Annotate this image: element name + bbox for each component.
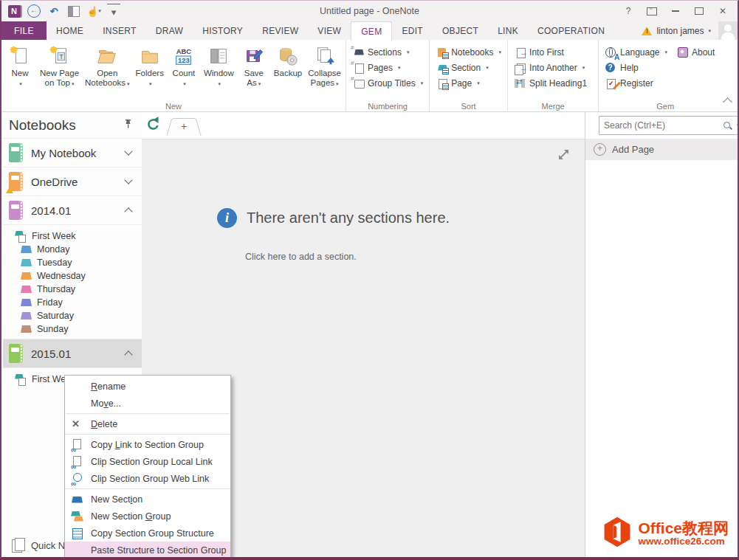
section-friday[interactable]: Friday xyxy=(3,296,142,309)
avatar[interactable] xyxy=(718,21,738,40)
add-page-button[interactable]: + Add Page xyxy=(585,139,739,160)
tab-review[interactable]: REVIEW xyxy=(252,21,308,40)
tab-gem[interactable]: GEM xyxy=(351,21,392,41)
chevron-down-icon[interactable] xyxy=(124,147,132,155)
add-section-link[interactable]: Click here to add a section. xyxy=(245,252,357,262)
tab-insert[interactable]: INSERT xyxy=(93,21,146,40)
sidebar-title: Notebooks xyxy=(9,117,123,134)
into-another-button[interactable]: Into Another▾ xyxy=(514,60,592,75)
notebook-2015-selected[interactable]: 2015.01 xyxy=(3,339,142,368)
sort-section-button[interactable]: Section▾ xyxy=(436,60,501,75)
menu-label: Copy Link to Section Group xyxy=(91,440,204,450)
nav-back-icon[interactable] xyxy=(146,116,160,134)
menu-item-new-section[interactable]: New Section xyxy=(65,491,230,508)
backup-button[interactable]: Backup xyxy=(271,41,305,101)
close-icon[interactable]: ✕ xyxy=(712,4,733,18)
register-button[interactable]: Register xyxy=(605,75,667,91)
tab-file[interactable]: FILE xyxy=(1,21,47,40)
search-icon[interactable] xyxy=(723,121,732,131)
dock-icon[interactable] xyxy=(67,4,80,18)
section-sunday[interactable]: Sunday xyxy=(3,322,142,336)
account-area[interactable]: linton james ▾ xyxy=(642,21,738,40)
window-button[interactable]: Window ▾ xyxy=(201,41,237,101)
menu-icon-none xyxy=(70,545,85,556)
sort-page-button[interactable]: Page▾ xyxy=(436,75,501,91)
new-page-on-top-button[interactable]: T New Page on Top▾ xyxy=(37,41,82,101)
sections-numbering-button[interactable]: Sections▾ xyxy=(352,44,423,60)
undo-icon[interactable]: ↶ xyxy=(47,4,61,18)
menu-item-paste-structure[interactable]: Paste Structure to Section Group xyxy=(65,542,230,559)
ribbon-group-numbering: Sections▾ Pages▾ Group Titles▾ Numbering xyxy=(346,40,430,111)
tab-history[interactable]: HISTORY xyxy=(193,21,252,40)
empty-title: There aren't any sections here. xyxy=(247,210,450,227)
split-heading-button[interactable]: Split Heading1 xyxy=(514,75,592,91)
notebook-2014[interactable]: 2014.01 xyxy=(3,196,142,225)
open-notebooks-button[interactable]: Open Notebooks▾ xyxy=(82,41,133,101)
tab-draw[interactable]: DRAW xyxy=(146,21,193,40)
menu-item-new-section-group[interactable]: New Section Group xyxy=(65,508,230,525)
menu-item-copy-structure[interactable]: Copy Section Group Structure xyxy=(65,525,230,542)
section-thursday[interactable]: Thursday xyxy=(3,283,142,296)
sync-warning-icon xyxy=(6,187,13,193)
ribbon-display-icon[interactable] xyxy=(642,4,662,18)
pages-numbering-button[interactable]: Pages▾ xyxy=(352,60,423,75)
notebook-my-notebook[interactable]: My Notebook xyxy=(3,138,142,167)
page-list[interactable] xyxy=(585,160,739,557)
tab-edit[interactable]: EDIT xyxy=(392,21,433,40)
touch-mode-icon[interactable]: ☝▾ xyxy=(87,4,100,18)
maximize-icon[interactable] xyxy=(689,4,709,18)
search-input[interactable] xyxy=(599,120,723,131)
button-label: Folders xyxy=(136,69,164,78)
help-button[interactable]: ? Help xyxy=(605,60,667,75)
tab-cooperation[interactable]: COOPERATION xyxy=(528,21,614,40)
qat-more-icon[interactable]: ▾ xyxy=(107,4,120,18)
menu-item-copy-link[interactable]: Copy Link to Section Group xyxy=(65,436,230,453)
collapse-pages-button[interactable]: Collapse Pages▾ xyxy=(305,41,344,101)
section-monday[interactable]: Monday xyxy=(3,243,142,256)
menu-item-rename[interactable]: Rename xyxy=(65,378,230,395)
count-button[interactable]: ABC123 Count ▾ xyxy=(167,41,201,101)
sort-notebooks-button[interactable]: Notebooks▾ xyxy=(436,44,501,60)
menu-item-delete[interactable]: Delete xyxy=(65,415,230,432)
group-titles-numbering-button[interactable]: Group Titles▾ xyxy=(352,75,423,91)
minimize-icon[interactable] xyxy=(665,4,686,18)
expand-icon[interactable] xyxy=(557,148,570,164)
section-group-first-week[interactable]: First Week xyxy=(3,229,142,243)
pin-icon[interactable] xyxy=(123,119,133,132)
button-label: Page xyxy=(451,78,472,89)
section-saturday[interactable]: Saturday xyxy=(3,309,142,322)
about-button[interactable]: About xyxy=(676,44,720,60)
chevron-up-icon[interactable] xyxy=(124,207,132,215)
button-label: ▾ xyxy=(148,78,152,89)
menu-item-clip-web-link[interactable]: Clip Section Group Web Link xyxy=(65,470,230,487)
menu-item-move[interactable]: Move... xyxy=(65,395,230,412)
chevron-up-icon[interactable] xyxy=(124,350,132,359)
tab-object[interactable]: OBJECT xyxy=(433,21,488,40)
save-as-button[interactable]: Save As▾ xyxy=(237,41,271,101)
into-first-button[interactable]: Into First xyxy=(514,44,592,60)
tab-link[interactable]: LINK xyxy=(488,21,528,40)
new-button[interactable]: New ▾ xyxy=(3,41,37,101)
button-label: About xyxy=(692,47,715,58)
menu-separator xyxy=(66,413,230,414)
group-titles-number-icon xyxy=(352,78,364,89)
notebook-onedrive[interactable]: OneDrive xyxy=(3,167,142,196)
new-section-tab[interactable]: + xyxy=(165,117,203,139)
chevron-down-icon[interactable] xyxy=(124,176,132,184)
back-icon[interactable]: ← xyxy=(27,4,41,18)
search-box[interactable]: ▾ xyxy=(599,116,739,135)
button-label: Collapse xyxy=(308,69,341,78)
button-label: Language xyxy=(620,47,659,58)
ribbon-group-sort: Notebooks▾ Section▾ Page▾ Sort xyxy=(430,40,508,111)
help-icon[interactable]: ? xyxy=(618,4,639,18)
tab-view[interactable]: VIEW xyxy=(308,21,351,40)
language-button[interactable]: Language▾ xyxy=(605,44,667,60)
section-wednesday[interactable]: Wednesday xyxy=(3,269,142,283)
folders-button[interactable]: Folders ▾ xyxy=(133,41,167,101)
search-scope-caret-icon[interactable]: ▾ xyxy=(735,122,739,128)
section-tuesday[interactable]: Tuesday xyxy=(3,256,142,269)
tab-home[interactable]: HOME xyxy=(47,21,93,40)
notebook-icon xyxy=(9,143,23,162)
button-label: Count xyxy=(173,69,196,78)
menu-item-clip-local-link[interactable]: Clip Section Group Local Link xyxy=(65,453,230,470)
